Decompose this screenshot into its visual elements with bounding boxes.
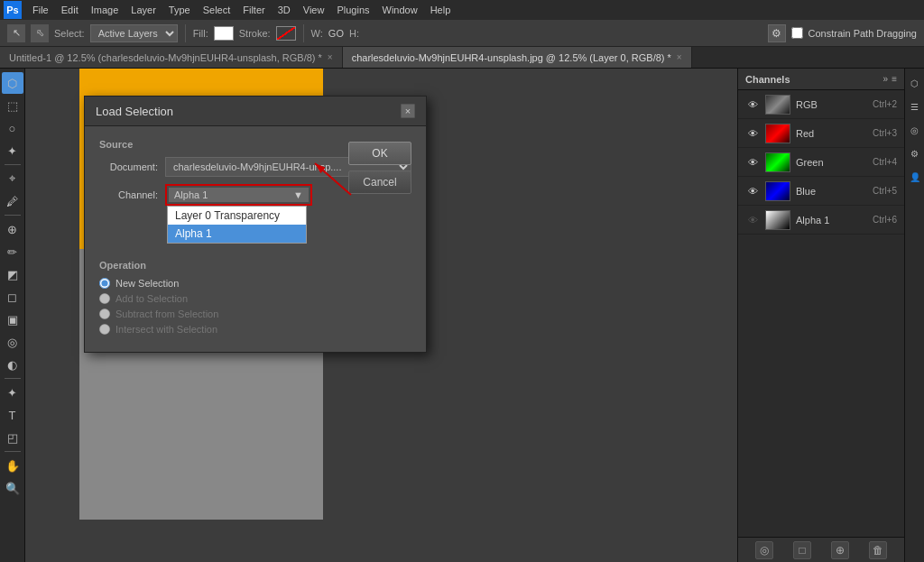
- channel-shortcut-green: Ctrl+4: [873, 157, 897, 167]
- operation-new-selection-row: New Selection: [99, 278, 411, 289]
- channel-option-layer0[interactable]: Layer 0 Transparency: [168, 207, 306, 225]
- operation-add-label: Add to Selection: [116, 293, 188, 304]
- save-selection-button[interactable]: □: [793, 541, 811, 559]
- channel-visibility-alpha1[interactable]: 👁: [745, 213, 760, 227]
- channel-shortcut-blue: Ctrl+5: [873, 186, 897, 196]
- tool-separator-1: [5, 164, 21, 165]
- tool-marquee[interactable]: ⬚: [2, 95, 23, 116]
- stroke-swatch[interactable]: [276, 26, 296, 41]
- menu-help[interactable]: Help: [425, 3, 457, 17]
- menu-select[interactable]: Select: [198, 3, 236, 17]
- panel-expand-icon[interactable]: »: [883, 74, 889, 84]
- tool-shape[interactable]: ◰: [2, 427, 23, 448]
- channel-row-alpha1[interactable]: 👁 Alpha 1 Ctrl+6: [738, 206, 904, 235]
- tool-brush[interactable]: ✏: [2, 241, 23, 263]
- tool-crop[interactable]: ⌖: [2, 168, 23, 189]
- tool-clone[interactable]: ◩: [2, 263, 23, 285]
- panel-header-icons: » ≡: [883, 74, 897, 84]
- svg-line-1: [315, 163, 351, 195]
- menu-3d[interactable]: 3D: [273, 3, 296, 17]
- channel-current-value[interactable]: Alpha 1 ▼: [169, 188, 309, 202]
- menu-layer[interactable]: Layer: [125, 3, 162, 17]
- channel-row-rgb[interactable]: 👁 RGB Ctrl+2: [738, 90, 904, 119]
- channel-thumb-blue: [765, 181, 790, 201]
- right-tool-2[interactable]: ☰: [904, 96, 925, 117]
- tool-separator-2: [5, 215, 21, 216]
- tool-path[interactable]: ✦: [2, 382, 23, 403]
- right-tool-1[interactable]: ⬡: [904, 72, 925, 94]
- channel-dropdown-list: Layer 0 Transparency Alpha 1: [167, 206, 307, 244]
- menu-file[interactable]: File: [27, 3, 54, 17]
- operation-subtract-radio[interactable]: [99, 309, 110, 319]
- operation-new-label: New Selection: [116, 278, 179, 289]
- menu-view[interactable]: View: [298, 3, 330, 17]
- operation-new-radio[interactable]: [99, 278, 110, 289]
- settings-button[interactable]: ⚙: [768, 24, 786, 42]
- operation-subtract-selection-row: Subtract from Selection: [99, 309, 411, 319]
- channels-panel-footer: ◎ □ ⊕ 🗑: [738, 537, 904, 562]
- channel-dropdown-arrow: ▼: [293, 189, 303, 200]
- channel-row-red[interactable]: 👁 Red Ctrl+3: [738, 119, 904, 148]
- channel-visibility-red[interactable]: 👁: [745, 126, 760, 141]
- load-channel-button[interactable]: ◎: [755, 541, 773, 559]
- tool-hand[interactable]: ✋: [2, 455, 23, 476]
- menu-image[interactable]: Image: [86, 3, 125, 17]
- channel-option-alpha1[interactable]: Alpha 1: [168, 225, 306, 243]
- tool-zoom[interactable]: 🔍: [2, 477, 23, 499]
- channel-visibility-rgb[interactable]: 👁: [745, 97, 760, 112]
- tool-gradient[interactable]: ▣: [2, 309, 23, 330]
- menu-filter[interactable]: Filter: [237, 3, 270, 17]
- panel-menu-icon[interactable]: ≡: [892, 74, 897, 84]
- channel-thumb-rgb: [765, 95, 790, 115]
- channel-thumb-alpha1: [765, 210, 790, 230]
- channel-name-rgb: RGB: [796, 99, 867, 110]
- new-channel-button[interactable]: ⊕: [831, 541, 849, 559]
- tool-arrow-icon: ↖: [7, 24, 25, 42]
- tab-untitled-close[interactable]: ×: [328, 52, 333, 62]
- tab-bar: Untitled-1 @ 12.5% (charlesdeluvio-Mv9hj…: [0, 47, 924, 69]
- channel-dropdown-highlight: Alpha 1 ▼ Layer 0 Transparency Alpha 1: [165, 184, 312, 206]
- channel-shortcut-red: Ctrl+3: [873, 128, 897, 138]
- tool-text[interactable]: T: [2, 404, 23, 426]
- right-tool-3[interactable]: ◎: [904, 119, 925, 141]
- dialog-close-button[interactable]: ×: [401, 104, 415, 118]
- right-tool-4[interactable]: ⚙: [904, 143, 925, 164]
- select-dropdown[interactable]: Active Layers: [90, 24, 178, 42]
- tool-magic-wand[interactable]: ✦: [2, 140, 23, 161]
- tool-blur[interactable]: ◎: [2, 331, 23, 353]
- tab-charles-close[interactable]: ×: [677, 52, 682, 62]
- load-selection-dialog: Load Selection × OK Cancel Source Docume…: [84, 96, 427, 353]
- tool-dodge[interactable]: ◐: [2, 354, 23, 375]
- channel-visibility-blue[interactable]: 👁: [745, 184, 760, 198]
- channel-shortcut-rgb: Ctrl+2: [873, 99, 897, 109]
- channel-row-green[interactable]: 👁 Green Ctrl+4: [738, 148, 904, 177]
- channels-panel-header: Channels » ≡: [738, 69, 904, 90]
- tool-eraser[interactable]: ◻: [2, 286, 23, 308]
- tool-lasso[interactable]: ○: [2, 117, 23, 139]
- tool-heal[interactable]: ⊕: [2, 218, 23, 240]
- menu-type[interactable]: Type: [163, 3, 196, 17]
- document-label: Document:: [99, 161, 158, 172]
- tool-move[interactable]: ⬡: [2, 72, 23, 94]
- menu-edit[interactable]: Edit: [56, 3, 84, 17]
- menu-plugins[interactable]: Plugins: [331, 3, 374, 17]
- tab-untitled[interactable]: Untitled-1 @ 12.5% (charlesdeluvio-Mv9hj…: [0, 47, 343, 68]
- channel-visibility-green[interactable]: 👁: [745, 155, 760, 170]
- fill-swatch[interactable]: [214, 26, 234, 41]
- channel-name-red: Red: [796, 128, 867, 139]
- select-label: Select:: [54, 28, 85, 39]
- canvas-area: Load Selection × OK Cancel Source Docume…: [25, 69, 737, 562]
- channel-row-blue[interactable]: 👁 Blue Ctrl+5: [738, 177, 904, 206]
- constrain-checkbox[interactable]: [791, 27, 803, 39]
- delete-channel-button[interactable]: 🗑: [869, 541, 887, 559]
- tool-eyedropper[interactable]: 🖉: [2, 190, 23, 212]
- dialog-overlay: Load Selection × OK Cancel Source Docume…: [25, 69, 737, 562]
- tab-untitled-label: Untitled-1 @ 12.5% (charlesdeluvio-Mv9hj…: [9, 52, 322, 63]
- menu-window[interactable]: Window: [377, 3, 423, 17]
- tab-charles[interactable]: charlesdeluvio-Mv9hjnEUHR4-unsplash.jpg …: [343, 47, 692, 68]
- toolbar-left: ⬡ ⬚ ○ ✦ ⌖ 🖉 ⊕ ✏ ◩ ◻ ▣ ◎ ◐ ✦ T ◰ ✋ 🔍: [0, 69, 25, 562]
- channels-panel-title: Channels: [745, 74, 790, 85]
- operation-intersect-radio[interactable]: [99, 324, 110, 335]
- operation-add-radio[interactable]: [99, 293, 110, 304]
- right-tool-5[interactable]: 👤: [904, 166, 925, 188]
